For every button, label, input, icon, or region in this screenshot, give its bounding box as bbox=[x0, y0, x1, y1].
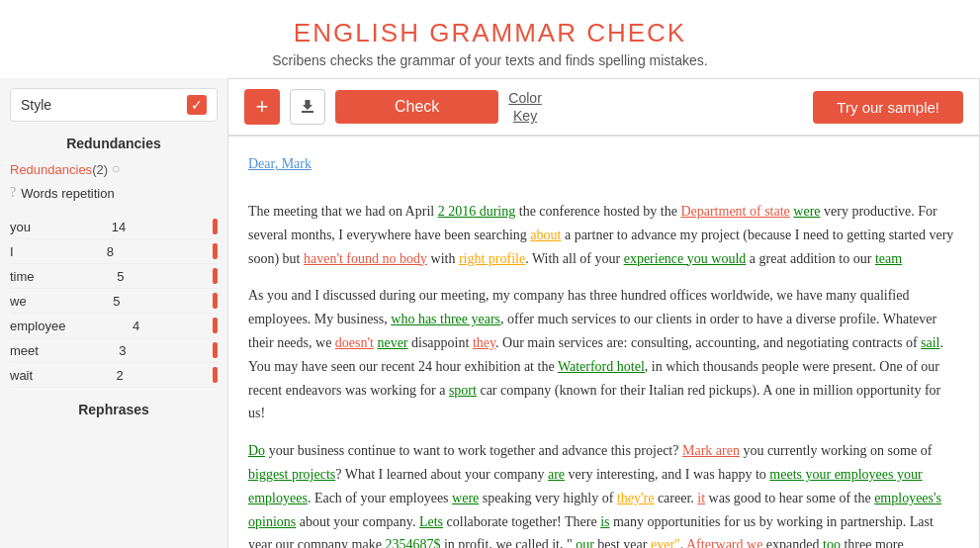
doesnt-link[interactable]: doesn't bbox=[335, 335, 374, 350]
list-item: you 14 bbox=[10, 215, 218, 239]
page-header: ENGLISH GRAMMAR CHECK Scribens checks th… bbox=[0, 0, 980, 78]
text-panel[interactable]: Dear, Mark The meeting that we had on Ap… bbox=[228, 137, 979, 548]
list-item: meet 3 bbox=[10, 338, 218, 363]
download-icon bbox=[298, 97, 317, 117]
bar-time bbox=[213, 268, 218, 284]
title-plain: ENGLISH bbox=[294, 18, 429, 47]
color-key-button[interactable]: ColorKey bbox=[508, 89, 541, 125]
redundancies-row: Redundancies (2) ○ bbox=[10, 161, 218, 177]
list-item: employee 4 bbox=[10, 314, 218, 338]
list-item: wait 2 bbox=[10, 363, 218, 388]
style-checkbox[interactable]: ✓ bbox=[187, 95, 207, 115]
svg-rect-0 bbox=[302, 111, 313, 113]
toolbar: + Check ColorKey Try our sample! bbox=[228, 79, 979, 137]
greeting-link[interactable]: Dear, Mark bbox=[248, 156, 312, 171]
mark-aren-link[interactable]: Mark aren bbox=[682, 443, 740, 458]
bar-employee bbox=[213, 318, 218, 333]
team-link[interactable]: team bbox=[875, 251, 902, 266]
rephrases-title: Rephrases bbox=[10, 402, 218, 417]
experience-link[interactable]: experience you would bbox=[624, 251, 747, 266]
sport-link[interactable]: sport bbox=[449, 383, 477, 398]
is-link[interactable]: is bbox=[600, 514, 609, 529]
title-accent: GRAMMAR CHECK bbox=[429, 18, 686, 47]
who-has-link[interactable]: who has three years bbox=[391, 312, 500, 326]
date-link[interactable]: 2 2016 during bbox=[438, 204, 516, 219]
were-link2[interactable]: were bbox=[452, 491, 479, 505]
content-area: + Check ColorKey Try our sample! Dear, M… bbox=[227, 78, 980, 548]
havent-link[interactable]: haven't found no body bbox=[304, 251, 427, 266]
waterford-link[interactable]: Waterford hotel bbox=[558, 359, 645, 374]
style-label: Style bbox=[21, 97, 51, 113]
they-link[interactable]: they bbox=[473, 335, 495, 350]
redundancies-count: (2) bbox=[92, 162, 108, 177]
bar-meet bbox=[213, 342, 218, 358]
dept-link[interactable]: Department of state bbox=[680, 204, 789, 219]
list-item: I 8 bbox=[10, 239, 218, 264]
sample-button[interactable]: Try our sample! bbox=[813, 91, 963, 124]
redundancies-title: Redundancies bbox=[10, 136, 218, 151]
paragraph-2: As you and I discussed during our meetin… bbox=[248, 284, 959, 425]
redundancies-circle-icon: ○ bbox=[112, 161, 120, 177]
were-link1[interactable]: were bbox=[793, 204, 820, 219]
our-link[interactable]: our bbox=[573, 537, 594, 548]
page-title: ENGLISH GRAMMAR CHECK bbox=[0, 18, 980, 48]
lets-link[interactable]: Lets bbox=[419, 514, 443, 529]
redundancies-link[interactable]: Redundancies bbox=[10, 162, 92, 177]
word-list: you 14 I 8 time 5 we bbox=[10, 215, 218, 388]
words-repetition-label: Words repetition bbox=[21, 186, 114, 201]
employees-opinions-link[interactable]: employees's opinions bbox=[248, 491, 941, 529]
add-button[interactable]: + bbox=[244, 89, 280, 125]
theyre-link[interactable]: they're bbox=[617, 491, 655, 505]
never-link[interactable]: never bbox=[377, 335, 407, 350]
afterward-link[interactable]: Afterward we bbox=[686, 537, 762, 548]
main-container: Style ✓ Redundancies Redundancies (2) ○ … bbox=[0, 78, 980, 548]
paragraph-1: The meeting that we had on April 2 2016 … bbox=[248, 200, 959, 270]
do-link[interactable]: Do bbox=[248, 443, 265, 458]
bar-i bbox=[213, 243, 218, 259]
sidebar: Style ✓ Redundancies Redundancies (2) ○ … bbox=[0, 78, 227, 548]
rephrases-section: Rephrases bbox=[10, 402, 218, 417]
check-button[interactable]: Check bbox=[335, 90, 498, 124]
download-button[interactable] bbox=[290, 89, 325, 125]
too-link[interactable]: too bbox=[823, 537, 841, 548]
help-icon[interactable]: ? bbox=[10, 185, 16, 201]
it-link[interactable]: it bbox=[697, 491, 705, 505]
paragraph-3: Do your business continue to want to wor… bbox=[248, 439, 959, 548]
biggest-link[interactable]: biggest projects bbox=[248, 467, 335, 482]
word-list-container: you 14 I 8 time 5 we bbox=[10, 209, 218, 388]
are-link[interactable]: are bbox=[548, 467, 565, 482]
bar-you bbox=[213, 219, 218, 234]
list-item: time 5 bbox=[10, 264, 218, 289]
amount-link[interactable]: 2354687$ bbox=[385, 537, 440, 548]
about-link[interactable]: about bbox=[530, 228, 561, 242]
subtitle: Scribens checks the grammar of your text… bbox=[0, 52, 980, 68]
bar-we bbox=[213, 293, 218, 309]
sail-link[interactable]: sail bbox=[921, 335, 939, 350]
word-rows: you 14 I 8 time 5 we bbox=[10, 209, 218, 388]
list-item: we 5 bbox=[10, 289, 218, 314]
meets-link[interactable]: meets your employees your employees bbox=[248, 467, 923, 505]
right-profile-link[interactable]: right profile bbox=[459, 251, 525, 266]
ever-link[interactable]: ever" bbox=[651, 537, 680, 548]
words-repetition-row: ? Words repetition bbox=[10, 185, 218, 201]
style-toggle[interactable]: Style ✓ bbox=[10, 88, 218, 122]
bar-wait bbox=[213, 367, 218, 383]
greeting-line: Dear, Mark bbox=[248, 152, 959, 176]
